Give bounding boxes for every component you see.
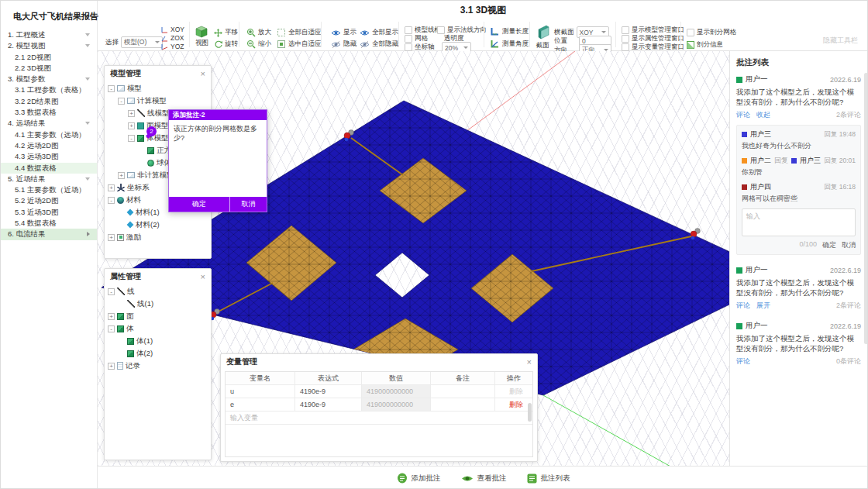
cancel-button[interactable]: 取消 <box>230 197 267 212</box>
scrollbar-thumb[interactable] <box>528 403 532 422</box>
sidebar-item-farfield-2d[interactable]: 4.2 远场2D图 <box>1 140 97 151</box>
coordinate-system-icon <box>117 184 125 191</box>
sidebar-item-nearfield-2d[interactable]: 5.2 近场2D图 <box>1 195 97 206</box>
section-button[interactable]: 截面 <box>536 25 549 50</box>
sidebar-item-data-table-3[interactable]: 5.4 数据表格 <box>1 218 97 229</box>
sidebar-item-2d-view[interactable]: 2.1 2D视图 <box>1 52 97 63</box>
sidebar-item-data-table-1[interactable]: 3.3 数据表格 <box>1 107 97 118</box>
sidebar-item-current-results[interactable]: 6. 电流结果 <box>1 229 97 239</box>
sidebar-item-3d-view[interactable]: 2.2 3D视图 <box>1 63 97 74</box>
confirm-button[interactable]: 确定 <box>822 240 836 250</box>
avatar <box>736 77 742 83</box>
tree-item-lines[interactable]: -线 <box>108 285 208 298</box>
fit-all-button[interactable]: 全部自适应 <box>277 28 322 37</box>
tree-toggle[interactable]: - <box>108 197 115 204</box>
tree-item-excitation[interactable]: +激励 <box>108 231 208 243</box>
sidebar-item-data-table-2[interactable]: 4.4 数据表格 <box>1 163 97 174</box>
tree-item-solids[interactable]: -体 <box>108 322 208 335</box>
dialog-body-text[interactable]: 该正方体的剖分网格数是多少? <box>169 120 267 197</box>
view-cube-button[interactable]: 视图 <box>195 26 208 48</box>
tree-toggle[interactable]: - <box>108 85 115 92</box>
tree-toggle[interactable]: + <box>108 184 115 191</box>
reply-text: 我也好奇为什么不剖分 <box>742 141 856 151</box>
delete-button[interactable]: 删除 <box>495 385 532 398</box>
table-row[interactable]: e 4190e-9 419000000000 删除 <box>226 398 532 412</box>
panel-title: 模型管理 <box>110 68 141 79</box>
sidebar-item-farfield-3d[interactable]: 4.3 远场3D图 <box>1 151 97 162</box>
sidebar-item-project-params[interactable]: 3.1 工程参数（表格） <box>1 84 97 95</box>
sidebar-item-farfield-params[interactable]: 4.1 主要参数（远场） <box>1 129 97 140</box>
model-select-dropdown[interactable]: 模型(O) <box>121 36 163 48</box>
sidebar-item-nearfield[interactable]: 5. 近场结果 <box>1 174 97 184</box>
rotate-button[interactable]: 旋转 <box>214 40 238 49</box>
sidebar-item-model-views[interactable]: 2. 模型视图 <box>1 40 97 51</box>
measure-angle-button[interactable]: 测量角度 <box>490 40 529 49</box>
tree-item-model[interactable]: -模型 <box>108 82 208 95</box>
rotate-icon <box>214 40 222 49</box>
view-zox-button[interactable]: ZOX <box>161 34 184 42</box>
material-icon <box>117 197 124 204</box>
tree-toggle[interactable]: + <box>128 122 135 129</box>
tree-item-faces[interactable]: +面 <box>108 310 208 322</box>
zoom-out-button[interactable]: 缩小 <box>246 40 271 49</box>
hide-button[interactable]: 隐藏 <box>331 40 356 49</box>
replies-box: 用户三回复 19:48 我也好奇为什么不剖分 用户二回复用户三回复 20:01 … <box>736 125 861 255</box>
close-icon[interactable]: × <box>201 69 205 78</box>
close-icon[interactable]: × <box>201 272 205 281</box>
add-annotation-button[interactable]: 添加批注 <box>397 473 441 484</box>
tree-toggle[interactable]: - <box>118 98 125 105</box>
mesh-grid-checkbox[interactable]: 显示剖分网格 <box>687 28 736 37</box>
view-xoy-button[interactable]: XOY <box>161 26 184 33</box>
sidebar-item-model-params[interactable]: 3. 模型参数 <box>1 74 97 84</box>
delete-button[interactable]: 删除 <box>495 398 532 411</box>
table-row[interactable]: u 4190e-9 419000000000 删除 <box>226 385 532 398</box>
annotation-pin-badge[interactable]: 2 <box>146 126 157 136</box>
hide-all-button[interactable]: 全部隐藏 <box>360 40 398 49</box>
reply-link[interactable]: 回复 <box>824 157 837 164</box>
reply-link[interactable]: 评论 <box>736 301 750 311</box>
annotation-list-button[interactable]: 批注列表 <box>527 474 570 484</box>
tree-toggle[interactable]: + <box>108 363 115 370</box>
tree-toggle[interactable]: - <box>108 325 115 332</box>
close-icon[interactable]: × <box>527 357 532 367</box>
tree-toggle[interactable]: + <box>108 313 115 320</box>
variable-input-row[interactable]: 输入变量 <box>226 412 532 425</box>
reply-input[interactable]: 输入 <box>742 208 856 236</box>
reply-link[interactable]: 评论 <box>736 110 750 120</box>
tree-item-record[interactable]: +记录 <box>108 360 208 372</box>
pan-button[interactable]: 平移 <box>214 28 238 37</box>
view-yoz-button[interactable]: YOZ <box>161 43 184 50</box>
reply-link[interactable]: 回复 <box>824 130 837 138</box>
confirm-button[interactable]: 确定 <box>169 197 230 212</box>
tree-item-calc-model[interactable]: -计算模型 <box>108 95 208 107</box>
tree-item-line-1[interactable]: 线(1) <box>108 298 208 310</box>
show-button[interactable]: 显示 <box>331 28 356 37</box>
zoom-in-button[interactable]: 放大 <box>246 28 271 37</box>
sidebar-item-nearfield-params[interactable]: 5.1 主要参数（近场） <box>1 184 97 195</box>
tree-item-solid-1[interactable]: 体(1) <box>108 335 208 347</box>
cancel-button[interactable]: 取消 <box>842 240 856 250</box>
fit-selected-button[interactable]: 选中自适应 <box>277 40 322 49</box>
reply-link[interactable]: 回复 <box>824 183 837 191</box>
scrollbar-thumb[interactable] <box>864 73 868 344</box>
reply-link[interactable]: 评论 <box>736 356 750 367</box>
tree-toggle[interactable]: - <box>128 135 135 142</box>
tree-item-solid-2[interactable]: 体(2) <box>108 347 208 360</box>
collapse-link[interactable]: 收起 <box>756 110 770 120</box>
tree-toggle[interactable]: - <box>108 288 115 295</box>
sidebar-item-nearfield-3d[interactable]: 5.3 近场3D图 <box>1 207 97 218</box>
mesh-info-button[interactable]: 剖分信息 <box>687 40 723 50</box>
tree-item-material-2[interactable]: 材料(2) <box>108 219 208 231</box>
sidebar-item-overview[interactable]: 1. 工程概述 <box>1 29 97 40</box>
sidebar-item-farfield[interactable]: 4. 远场结果 <box>1 118 97 129</box>
annotation-list-panel: 批注列表 用户一2022.6.19 我添加了这个模型之后，发现这个模型没有剖分，… <box>729 51 868 489</box>
sidebar-item-2d-result[interactable]: 3.2 2D结果图 <box>1 96 97 107</box>
expand-link[interactable]: 展开 <box>756 301 770 311</box>
show-all-button[interactable]: 全部显示 <box>360 28 398 37</box>
measure-length-button[interactable]: 测量长度 <box>490 27 529 36</box>
tree-toggle[interactable]: + <box>118 172 125 179</box>
tree-toggle[interactable]: + <box>128 110 135 117</box>
hide-toolbar-link[interactable]: 隐藏工具栏 <box>823 36 858 46</box>
tree-toggle[interactable]: + <box>108 234 115 241</box>
view-annotation-button[interactable]: 查看批注 <box>461 474 507 484</box>
